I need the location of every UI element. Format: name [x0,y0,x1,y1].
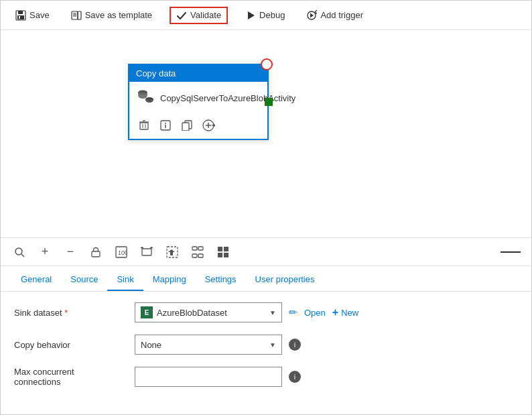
new-sink-dataset-btn[interactable]: + New [332,306,358,318]
node-error-indicator [261,58,273,70]
activity-name: CopySqlServerToAzureBlobActivity [160,93,295,103]
validate-label: Validate [190,10,221,20]
copy-behavior-info-icon[interactable]: i [289,339,301,351]
sink-dataset-dropdown[interactable]: E AzureBlobDataset ▼ [135,302,282,322]
activity-actions [129,115,267,139]
open-btn-label: Open [304,308,326,318]
save-button[interactable]: Save [11,8,54,23]
properties-panel: Sink dataset * E AzureBlobDataset ▼ ✏ Op… [1,292,531,398]
save-template-icon [71,10,82,21]
copy-behavior-controls: None ▼ i [135,335,518,355]
delete-action-btn[interactable] [136,117,152,133]
lock-mini-btn[interactable] [88,244,104,260]
debug-icon [245,10,256,21]
zoom-out-mini-btn[interactable]: − [62,244,78,260]
copy-behavior-label: Copy behavior [14,340,135,350]
svg-text:100: 100 [118,249,127,256]
tab-general[interactable]: General [11,269,61,291]
tab-user-properties-label: User properties [255,274,315,284]
info-action-btn[interactable] [157,117,174,133]
dropdown-arrow: ▼ [269,309,276,316]
excel-icon: E [141,306,153,318]
max-concurrent-info-icon[interactable]: i [289,371,301,383]
activity-body: CopySqlServerToAzureBlobActivity [129,82,267,115]
svg-rect-3 [19,16,20,19]
zoom-in-mini-btn[interactable]: + [37,244,53,260]
copy-behavior-value: None [141,340,161,350]
svg-rect-45 [192,254,197,257]
copy-action-btn[interactable] [179,117,195,133]
activity-node[interactable]: Copy data CopySqlServerToAzureBlobActivi… [128,64,269,140]
add-action-btn[interactable] [200,117,216,133]
tab-mapping[interactable]: Mapping [143,269,196,291]
edit-sink-dataset-icon[interactable]: ✏ [289,306,297,318]
svg-rect-49 [224,247,228,251]
sink-dataset-value: AzureBlobDataset [157,308,227,318]
svg-rect-36 [142,249,151,255]
tab-source-label: Source [70,274,98,284]
copy-behavior-row: Copy behavior None ▼ i [14,333,518,356]
tab-source[interactable]: Source [61,269,107,291]
open-sink-dataset-btn[interactable]: Open [304,308,326,318]
svg-rect-16 [140,123,148,129]
grid-mini-btn[interactable] [215,244,231,260]
mini-separator [501,251,521,253]
max-concurrent-input[interactable] [135,367,282,387]
tabs-row: General Source Sink Mapping Settings Use… [1,266,531,292]
canvas-area[interactable]: Copy data CopySqlServerToAzureBlobActivi… [1,30,531,238]
save-icon [15,10,26,21]
svg-rect-25 [182,123,189,131]
svg-point-31 [15,248,22,255]
max-concurrent-label: Max concurrent connections [14,367,135,387]
svg-rect-48 [218,247,222,251]
validate-icon [176,10,187,21]
svg-marker-9 [248,11,255,19]
tab-sink[interactable]: Sink [107,269,143,291]
svg-rect-33 [92,251,100,257]
copy-behavior-dropdown-text: None [141,340,161,350]
svg-rect-46 [198,254,203,257]
add-trigger-icon [306,10,317,21]
copy-behavior-dropdown[interactable]: None ▼ [135,335,282,355]
sink-dataset-controls: E AzureBlobDataset ▼ ✏ Open + New [135,302,518,322]
svg-rect-4 [72,11,78,19]
activity-header: Copy data [129,65,267,82]
sink-dataset-label: Sink dataset * [14,308,135,318]
max-concurrent-row: Max concurrent connections i [14,365,518,388]
add-trigger-label: Add trigger [320,10,363,20]
save-as-template-button[interactable]: Save as template [67,8,156,23]
save-as-template-label: Save as template [85,10,152,20]
debug-button[interactable]: Debug [241,8,289,23]
add-trigger-button[interactable]: Add trigger [302,8,367,23]
search-mini-btn[interactable] [11,244,27,260]
validate-button[interactable]: Validate [170,7,228,24]
svg-rect-44 [198,247,203,250]
auto-layout-mini-btn[interactable] [190,244,206,260]
node-connector-right [265,98,273,106]
svg-rect-1 [18,11,23,14]
tab-sink-label: Sink [117,274,133,284]
tab-settings-label: Settings [205,274,237,284]
svg-rect-2 [17,15,24,19]
plus-icon: + [332,306,338,318]
save-label: Save [29,10,50,20]
copy-behavior-dropdown-arrow: ▼ [269,341,276,349]
tab-mapping-label: Mapping [153,274,186,284]
svg-marker-30 [214,124,215,127]
tab-general-label: General [21,274,52,284]
new-btn-label: New [341,308,358,318]
tab-settings[interactable]: Settings [196,269,246,291]
max-concurrent-controls: i [135,367,518,387]
svg-rect-51 [224,253,228,257]
database-icon [136,87,155,109]
fit-screen-mini-btn[interactable]: 100 [113,244,129,260]
fit-view-mini-btn[interactable] [139,244,155,260]
select-mini-btn[interactable] [164,244,180,260]
required-star: * [64,308,68,318]
svg-line-32 [21,254,24,257]
sink-dataset-dropdown-text: E AzureBlobDataset [141,306,227,318]
svg-line-11 [315,10,317,12]
debug-label: Debug [259,10,285,20]
activity-header-label: Copy data [136,68,176,78]
tab-user-properties[interactable]: User properties [246,269,324,291]
